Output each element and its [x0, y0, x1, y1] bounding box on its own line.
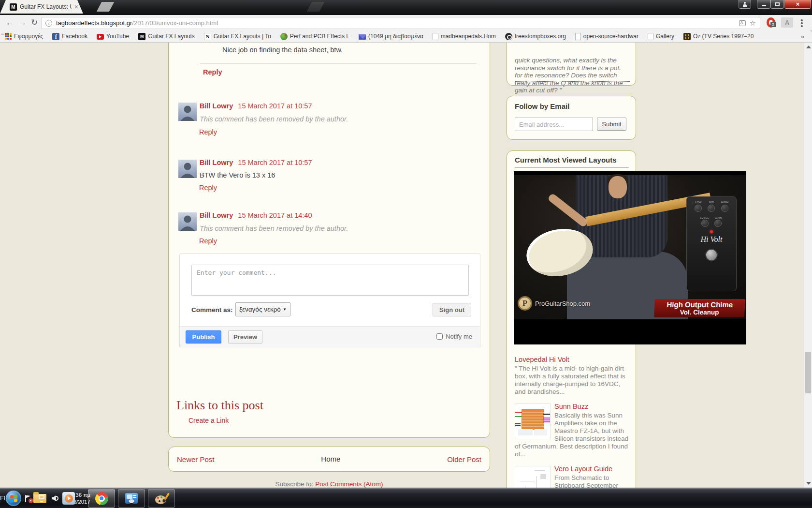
- scrollbar[interactable]: [804, 43, 812, 488]
- comment-text: BTW the Vero is 13 x 16: [200, 171, 275, 179]
- windows-logo-icon: [10, 494, 17, 503]
- comment-text: This comment has been removed by the aut…: [200, 115, 348, 123]
- reply-link[interactable]: Reply: [199, 237, 217, 245]
- taskbar-paint-button[interactable]: [148, 489, 175, 508]
- email-input[interactable]: [515, 118, 593, 131]
- page-info-icon[interactable]: i: [45, 20, 52, 27]
- sign-out-button[interactable]: Sign out: [433, 303, 471, 316]
- browser-tab[interactable]: M Guitar FX Layouts: Univo ×: [0, 0, 83, 14]
- action-center-icon[interactable]: ×: [25, 495, 31, 502]
- taskbar-chrome-button[interactable]: [88, 489, 115, 508]
- bookmark-gallery[interactable]: Gallery: [648, 33, 674, 40]
- pedal-name: Hi Volt: [687, 235, 736, 244]
- scroll-down-icon[interactable]: [806, 482, 811, 485]
- dotted-divider: [515, 81, 630, 82]
- notify-me-label: Notify me: [446, 333, 472, 340]
- subscribe-line: Subscribe to: Post Comments (Atom): [168, 480, 490, 488]
- bookmark-oz[interactable]: Oz (TV Series 1997–20: [683, 33, 754, 40]
- bookmarks-overflow-icon[interactable]: »: [801, 33, 804, 40]
- page-icon: [648, 33, 653, 40]
- pedal-led: [710, 230, 713, 233]
- forward-button[interactable]: →: [18, 17, 27, 29]
- facebook-icon: f: [52, 33, 59, 40]
- publish-button[interactable]: Publish: [186, 330, 221, 344]
- create-link[interactable]: Create a Link: [188, 417, 229, 424]
- bookmark-facebook[interactable]: f Facebook: [52, 33, 87, 40]
- comment-author-link[interactable]: Bill Lowry: [200, 159, 233, 166]
- volume-icon[interactable]: [52, 495, 59, 502]
- pcb-icon: [280, 33, 288, 40]
- comment-text: This comment has been removed by the aut…: [200, 224, 348, 232]
- submit-button[interactable]: Submit: [597, 118, 626, 131]
- sunn-buzz-thumbnail[interactable]: [515, 403, 551, 439]
- scrollbar-thumb[interactable]: [805, 352, 811, 393]
- bookmark-madbean[interactable]: madbeanpedals.Hom: [433, 33, 496, 40]
- maximize-button[interactable]: [770, 0, 784, 9]
- taskbar-media-player-button[interactable]: [59, 491, 78, 506]
- profile-button[interactable]: [739, 0, 751, 9]
- page-icon: [433, 33, 438, 40]
- form-footer: Publish Preview Notify me: [180, 326, 480, 348]
- chrome-icon: [95, 492, 108, 505]
- list-item: Sunn Buzz Basically this was Sunn Amplif…: [515, 403, 629, 458]
- n-logo-icon: N: [204, 33, 211, 40]
- person-icon: [743, 4, 747, 7]
- bookmark-apps[interactable]: Εφαρμογές: [5, 33, 43, 40]
- bookmark-perf-pcb[interactable]: Perf and PCB Effects L: [280, 33, 349, 40]
- older-post-link[interactable]: Older Post: [447, 455, 481, 463]
- control-panel-icon: [125, 493, 138, 504]
- tab-close-icon[interactable]: ×: [74, 3, 78, 10]
- maximize-icon: [775, 2, 780, 6]
- bookmark-star-icon[interactable]: ☆: [750, 19, 756, 27]
- newer-post-link[interactable]: Newer Post: [177, 455, 215, 463]
- notify-me-checkbox[interactable]: [436, 333, 443, 340]
- avatar: [178, 212, 197, 231]
- entry-link[interactable]: Lovepedal Hi Volt: [515, 356, 629, 363]
- film-icon: [683, 33, 691, 40]
- bookmark-mail[interactable]: (1049 μη διαβασμένα: [359, 33, 423, 40]
- scroll-up-icon[interactable]: [806, 45, 811, 48]
- menu-dots-icon[interactable]: •••: [800, 19, 803, 28]
- translate-icon[interactable]: [739, 20, 746, 26]
- reload-button[interactable]: ↻: [31, 17, 38, 29]
- notify-me-row: Notify me: [436, 333, 472, 340]
- bookmark-freestompboxes[interactable]: freestompboxes.org: [505, 33, 566, 40]
- preview-button[interactable]: Preview: [228, 330, 262, 344]
- comment-form: Comment as: ξεναγός νεκρό ▼ Sign out Pub…: [179, 254, 480, 348]
- bookmark-open-source[interactable]: open-source-hardwar: [575, 33, 638, 40]
- home-link[interactable]: Home: [321, 455, 340, 463]
- title-bar: M Guitar FX Layouts: Univo × ×: [0, 0, 812, 15]
- extension-opera-icon[interactable]: 2: [767, 17, 775, 28]
- subscribe-link[interactable]: Post Comments (Atom): [315, 480, 383, 488]
- url-text[interactable]: tagboardeffects.blogspot.gr/2017/03/univ…: [56, 19, 218, 27]
- comment-author-link[interactable]: Bill Lowry: [200, 102, 233, 110]
- comment-input[interactable]: [191, 265, 469, 296]
- bookmark-guitar-fx[interactable]: M Guitar FX Layouts: [138, 33, 195, 40]
- bookmark-youtube[interactable]: YouTube: [97, 33, 129, 40]
- m-logo-icon: M: [138, 33, 145, 40]
- extension-pdf-icon[interactable]: A: [781, 17, 793, 28]
- entry-text: " The Hi Volt is a mid- to high-gain dir…: [515, 365, 629, 396]
- subscribe-prefix: Subscribe to:: [276, 480, 314, 488]
- reply-link[interactable]: Reply: [199, 128, 217, 136]
- start-button[interactable]: [6, 491, 21, 506]
- new-tab-button[interactable]: [97, 2, 115, 12]
- back-button[interactable]: ←: [6, 17, 14, 29]
- reply-link[interactable]: Reply: [199, 184, 217, 192]
- identity-select[interactable]: ξεναγός νεκρό ▼: [235, 302, 290, 316]
- vero-guide-thumbnail[interactable]: [515, 466, 551, 488]
- mail-icon: [359, 34, 366, 40]
- close-button[interactable]: ×: [784, 0, 811, 9]
- network-icon[interactable]: [38, 495, 45, 502]
- bookmark-guitar-fx-to[interactable]: N Guitar FX Layouts | To: [204, 33, 271, 40]
- minimize-button[interactable]: [757, 0, 770, 9]
- comment-author-link[interactable]: Bill Lowry: [200, 211, 233, 219]
- pedal-footswitch: [705, 249, 718, 261]
- taskbar-remote-button[interactable]: [118, 489, 145, 508]
- thread-reply-link[interactable]: Reply: [203, 68, 222, 76]
- taskbar: EL × 10:36 πμ 16/3/2017: [0, 488, 812, 508]
- follow-by-email-title: Follow by Email: [515, 102, 569, 110]
- tab-favicon-icon: M: [10, 3, 17, 11]
- video-thumbnail[interactable]: LOWMIDHIGH LEVELGAIN Hi Volt P ProGuitar…: [514, 171, 746, 344]
- url-bar[interactable]: i tagboardeffects.blogspot.gr/2017/03/un…: [41, 17, 760, 29]
